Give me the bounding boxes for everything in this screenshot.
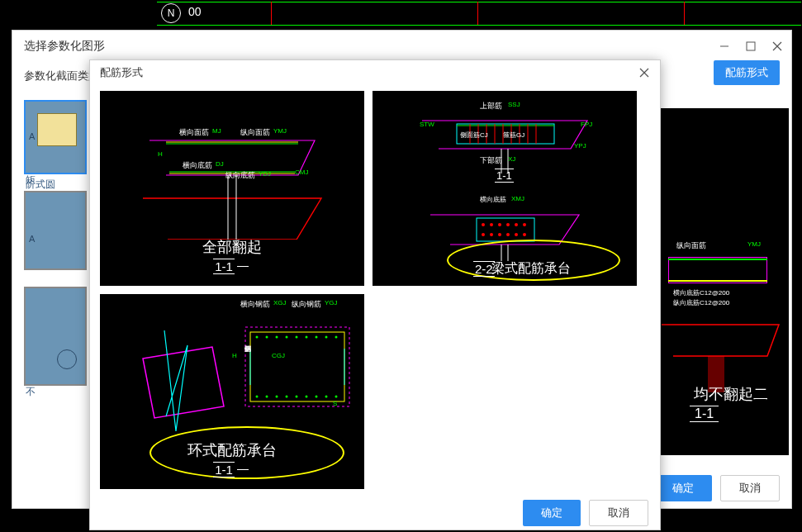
svg-point-36 (515, 233, 518, 236)
svg-rect-42 (250, 332, 344, 401)
svg-point-52 (256, 396, 259, 398)
outer-title: 选择参数化图形 (24, 39, 105, 54)
svg-point-46 (286, 336, 288, 339)
inner-cancel-button[interactable]: 取消 (589, 500, 648, 526)
svg-point-26 (482, 223, 485, 226)
maximize-button[interactable] (745, 40, 757, 52)
svg-point-59 (325, 396, 328, 398)
svg-rect-1 (747, 42, 755, 50)
outer-titlebar[interactable]: 选择参数化图形 (12, 31, 791, 62)
svg-point-32 (482, 233, 485, 236)
inner-title: 配筋形式 (100, 65, 143, 80)
svg-point-37 (523, 233, 526, 236)
svg-point-60 (335, 396, 338, 398)
minimize-button[interactable] (719, 40, 730, 52)
svg-point-33 (490, 233, 493, 236)
option-beam-rebar[interactable]: 上部筋 SSJ 侧面筋CJ 箍筋GJ 下部筋 XJ STW FPJ YPJ 1-… (373, 91, 637, 286)
svg-point-47 (296, 336, 298, 339)
svg-point-55 (286, 396, 288, 398)
svg-point-27 (490, 223, 493, 226)
inner-close-button[interactable] (638, 67, 650, 78)
right-preview-sub: 1-1 (690, 406, 719, 422)
svg-point-43 (256, 336, 259, 339)
dim-a2: A (29, 234, 35, 244)
option-all-turnup[interactable]: 横向面筋 MJ 纵向面筋 YMJ 横向底筋 DJ 纵向底筋 YDJ CMJ H … (100, 91, 364, 286)
svg-point-30 (515, 223, 518, 226)
rebar-form-button[interactable]: 配筋形式 (714, 60, 780, 85)
dim-a: A (29, 131, 35, 141)
svg-point-45 (276, 336, 278, 339)
option-beam-caption: 梁式配筋承台 (491, 259, 571, 278)
marker-num: 00 (188, 5, 202, 18)
svg-point-50 (325, 336, 328, 339)
thumb-rect[interactable]: A 矩 (24, 100, 87, 174)
north-marker: N (161, 3, 181, 23)
svg-rect-41 (245, 327, 349, 406)
svg-point-58 (316, 396, 318, 398)
marker-letter: N (168, 7, 175, 19)
thumb-other[interactable]: 不 (24, 287, 87, 386)
shape-thumbnails: A 矩 A 阶式圆 不 (24, 100, 97, 386)
svg-point-54 (276, 396, 278, 398)
svg-point-53 (266, 396, 268, 398)
option-all-turnup-caption: 全部翻起 1-1 (202, 237, 262, 274)
thumb-step-label: 阶式圆 (26, 178, 85, 192)
rp-lbl2: 横向底筋C12@200 (673, 288, 729, 297)
svg-point-34 (498, 233, 501, 236)
inner-titlebar[interactable]: 配筋形式 (90, 60, 660, 84)
thumb-other-label: 不 (26, 385, 85, 399)
option-ring-rebar[interactable]: 横向钢筋 XGJ 纵向钢筋 YGJ 侧面钢筋 CGJ H S 环式配筋承台 1-… (100, 294, 364, 489)
svg-point-49 (316, 336, 318, 339)
inner-ok-button[interactable]: 确定 (523, 500, 581, 526)
svg-point-44 (266, 336, 268, 339)
rp-lbl3: 纵向底筋C12@200 (673, 298, 729, 307)
rp-lbl1: 纵向面筋 (676, 240, 706, 251)
svg-point-28 (498, 223, 501, 226)
rp-lbl1c: YMJ (747, 240, 761, 248)
outer-cancel-button[interactable]: 取消 (720, 475, 780, 501)
svg-point-35 (506, 233, 510, 236)
svg-rect-25 (477, 218, 534, 241)
rebar-form-dialog: 配筋形式 横向面筋 MJ 纵向面筋 (89, 59, 661, 530)
thumb-step-round[interactable]: A 阶式圆 (24, 191, 87, 270)
svg-point-51 (335, 336, 338, 339)
svg-point-48 (306, 336, 308, 339)
outer-ok-button[interactable]: 确定 (654, 475, 712, 501)
right-preview-title: 均不翻起二 (673, 384, 789, 404)
svg-point-57 (306, 396, 308, 398)
svg-point-31 (523, 223, 526, 226)
svg-point-29 (506, 223, 510, 226)
close-button[interactable] (771, 40, 783, 52)
option-ring-caption: 环式配筋承台 1-1 (187, 440, 277, 477)
svg-point-56 (296, 396, 298, 398)
